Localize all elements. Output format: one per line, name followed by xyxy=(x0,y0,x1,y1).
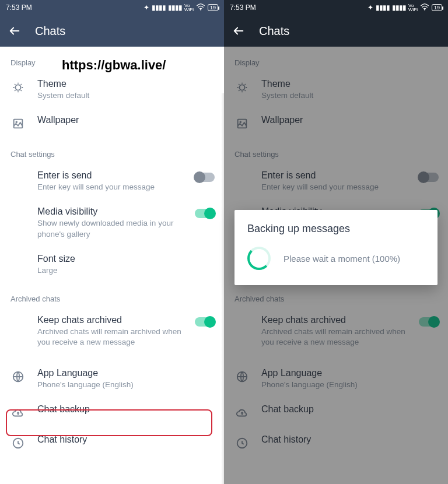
chat-history-row[interactable]: Chat history xyxy=(0,427,224,458)
keep-arch-sub: Archived chats will remain archived when… xyxy=(37,327,183,348)
app-language-row[interactable]: App Language Phone's language (English) xyxy=(0,361,224,397)
section-chat-settings: Chat settings xyxy=(0,138,224,163)
backup-dialog: Backing up messages Please wait a moment… xyxy=(235,210,438,285)
wallpaper-row[interactable]: Wallpaper xyxy=(0,108,224,138)
app-lang-sub: Phone's language (English) xyxy=(37,380,215,390)
keep-arch-title: Keep chats archived xyxy=(37,315,183,325)
signal-icon-2: ▮▮▮▮ xyxy=(392,3,406,12)
enter-send-row[interactable]: Enter is send Enter key will send your m… xyxy=(0,163,224,199)
dialog-title: Backing up messages xyxy=(247,223,425,235)
font-size-sub: Large xyxy=(37,265,215,276)
right-screenshot: 7:53 PM ✦ ▮▮▮▮ ▮▮▮▮ VoWiFi 19 Chats Disp… xyxy=(224,0,448,484)
media-vis-sub: Show newly downloaded media in your phon… xyxy=(37,218,183,239)
enter-send-title: Enter is send xyxy=(37,170,183,181)
signal-icon: ▮▮▮▮ xyxy=(152,3,166,12)
app-header: Chats xyxy=(224,15,448,47)
battery-icon: 19 xyxy=(432,4,442,11)
bluetooth-icon: ✦ xyxy=(368,3,373,12)
svg-point-3 xyxy=(16,121,18,123)
wifi-icon xyxy=(420,3,429,12)
section-archived: Archived chats xyxy=(0,283,224,308)
wallpaper-title: Wallpaper xyxy=(37,115,215,125)
theme-title: Theme xyxy=(37,79,215,89)
dialog-text: Please wait a moment (100%) xyxy=(284,254,400,264)
signal-icon: ▮▮▮▮ xyxy=(376,3,390,12)
font-size-row[interactable]: Font size Large xyxy=(0,247,224,283)
svg-point-6 xyxy=(424,9,425,10)
enter-send-toggle[interactable] xyxy=(195,173,215,182)
watermark-text: https://gbwa.live/ xyxy=(62,58,166,73)
bluetooth-icon: ✦ xyxy=(144,3,149,12)
theme-row[interactable]: Theme System default xyxy=(0,72,224,108)
wifi-icon xyxy=(196,3,205,12)
status-icons: ✦ ▮▮▮▮ ▮▮▮▮ VoWiFi 19 xyxy=(368,3,442,12)
header-title: Chats xyxy=(35,24,65,38)
left-screenshot: 7:53 PM ✦ ▮▮▮▮ ▮▮▮▮ VoWiFi 19 Chats http… xyxy=(0,0,224,484)
battery-icon: 19 xyxy=(208,4,218,11)
vowifi-icon: VoWiFi xyxy=(408,3,418,12)
svg-point-0 xyxy=(200,9,201,10)
media-vis-toggle[interactable] xyxy=(195,209,215,218)
signal-icon-2: ▮▮▮▮ xyxy=(168,3,182,12)
back-arrow-icon[interactable] xyxy=(8,24,21,37)
status-icons: ✦ ▮▮▮▮ ▮▮▮▮ VoWiFi 19 xyxy=(144,3,218,12)
app-lang-title: App Language xyxy=(37,368,215,378)
keep-archived-row[interactable]: Keep chats archived Archived chats will … xyxy=(0,308,224,355)
media-vis-title: Media visibility xyxy=(37,206,183,217)
enter-send-sub: Enter key will send your message xyxy=(37,182,183,192)
theme-icon xyxy=(10,80,26,95)
status-bar: 7:53 PM ✦ ▮▮▮▮ ▮▮▮▮ VoWiFi 19 xyxy=(224,0,448,15)
status-bar: 7:53 PM ✦ ▮▮▮▮ ▮▮▮▮ VoWiFi 19 xyxy=(0,0,224,15)
chat-backup-title: Chat backup xyxy=(37,404,215,415)
cloud-upload-icon xyxy=(10,405,26,420)
app-header: Chats xyxy=(0,15,224,47)
theme-sub: System default xyxy=(37,90,215,101)
status-time: 7:53 PM xyxy=(6,3,32,12)
status-time: 7:53 PM xyxy=(230,3,256,12)
chat-backup-row[interactable]: Chat backup xyxy=(0,397,224,427)
globe-icon xyxy=(10,369,26,384)
svg-point-1 xyxy=(15,85,20,90)
media-visibility-row[interactable]: Media visibility Show newly downloaded m… xyxy=(0,199,224,246)
spinner-icon xyxy=(247,247,271,270)
settings-scroll[interactable]: https://gbwa.live/ Display Theme System … xyxy=(0,47,224,484)
keep-arch-toggle[interactable] xyxy=(195,317,215,327)
back-arrow-icon[interactable] xyxy=(232,24,245,37)
font-size-title: Font size xyxy=(37,254,215,264)
wallpaper-icon xyxy=(10,116,26,131)
vowifi-icon: VoWiFi xyxy=(184,3,194,12)
history-icon xyxy=(10,436,26,451)
chat-history-title: Chat history xyxy=(37,434,215,445)
header-title: Chats xyxy=(259,24,289,38)
